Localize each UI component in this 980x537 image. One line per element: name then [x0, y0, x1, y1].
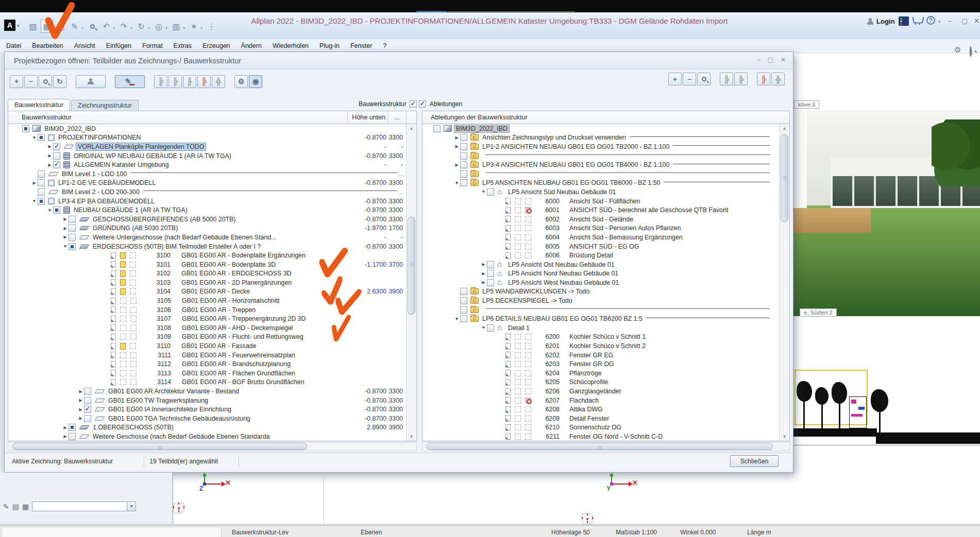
node-label[interactable]: LP3-4 EP BA GEBÄUDEMODELL [57, 198, 156, 205]
expander-closed-icon[interactable]: ▶ [453, 144, 460, 149]
empty-doc-icon[interactable] [525, 244, 531, 250]
empty-doc-icon[interactable] [515, 334, 521, 340]
node-checkbox[interactable] [53, 161, 60, 168]
expander-closed-icon[interactable]: ▶ [46, 144, 53, 149]
node-label[interactable]: LP5 DECKENSPIEGEL -> Todo [481, 297, 574, 304]
building-structure-row[interactable]: ▼PROJEKTINFORMATIONEN-0.87003300 [8, 133, 406, 143]
empty-doc-icon[interactable] [120, 352, 126, 358]
derivation-row[interactable]: ▶LP5 Ansicht Ost Neubau Gebäude 01 [423, 260, 779, 269]
menu-item-extras[interactable]: Extras [174, 42, 192, 49]
derivation-row[interactable]: ▶LP3-4 ANSICHTEN NEUBAU GB01 EG OG01 TB4… [423, 160, 779, 169]
empty-doc-icon[interactable] [120, 361, 126, 367]
node-label[interactable]: LP5 Ansicht Ost Neubau Gebäude 01 [506, 261, 616, 268]
expander-closed-icon[interactable]: ▶ [453, 163, 460, 167]
node-checkbox[interactable] [460, 161, 467, 168]
node-checkbox[interactable] [460, 170, 467, 178]
node-label[interactable]: LP5 Ansicht Nord Neubau Gebäude 01 [506, 270, 620, 277]
empty-doc-icon[interactable] [130, 270, 136, 276]
derivation-row[interactable]: 6205Schücoprofile [423, 378, 779, 387]
node-checkbox[interactable] [487, 188, 494, 196]
building-structure-row[interactable]: 3106GB01 EG00 AR - Treppen [8, 305, 406, 315]
node-label[interactable]: ORIGINAL WP NEUBAU GEBÄUDE 1 (AR IA TW T… [72, 152, 233, 160]
node-checkbox[interactable] [460, 179, 467, 186]
empty-doc-icon[interactable] [525, 388, 531, 394]
building-structure-row[interactable]: ▶GESCHOSSÜBERGREIFENDES (AB 5000 20TB)-0… [8, 215, 406, 224]
chevron-down-icon[interactable]: ▾ [17, 23, 20, 28]
empty-doc-icon[interactable] [515, 434, 521, 440]
node-label[interactable]: Ansichten Zeichnungstyp und Druckset ver… [481, 134, 628, 141]
search-button[interactable] [697, 73, 711, 85]
expander-open-icon[interactable]: ▼ [453, 181, 460, 185]
node-checkbox[interactable] [84, 388, 91, 395]
insert-node-button[interactable]: ╠ [154, 75, 167, 88]
document-icon[interactable] [120, 252, 126, 259]
expander-closed-icon[interactable]: ▶ [62, 434, 69, 439]
dialog-maximize-button[interactable]: ▢ [768, 56, 773, 63]
rights-button[interactable] [76, 75, 106, 88]
expander-closed-icon[interactable]: ▶ [31, 181, 38, 185]
expander-open-icon[interactable]: ▼ [480, 325, 487, 330]
expander-closed-icon[interactable]: ▶ [77, 407, 84, 412]
refresh-button[interactable]: ↻ [53, 75, 66, 88]
node-checkbox[interactable] [69, 234, 76, 241]
derived-red-icon[interactable] [525, 207, 531, 213]
tab-zeichnungsstruktur[interactable]: Zeichnungsstruktur [71, 100, 139, 111]
status-input[interactable] [1, 527, 222, 537]
building-structure-row[interactable]: 3103GB01 EG00 AR - 2D Planergänzungen [8, 278, 406, 287]
empty-doc-icon[interactable] [120, 334, 126, 340]
node-label[interactable]: Detail 1 [506, 324, 531, 332]
update-structure-button[interactable]: ╠ [757, 73, 770, 85]
node-checkbox[interactable] [69, 433, 76, 440]
document-icon[interactable] [120, 261, 126, 268]
drawing-file-label[interactable]: Kochler Schüco v Schnitt 2 [568, 342, 647, 350]
building-structure-row[interactable]: ▶GB01 EG00 AR Architektur Variante - Bes… [8, 387, 406, 396]
drawing-file-label[interactable]: GB01 EG00 AR - Bodenplatte 3D [180, 261, 277, 268]
chevron-down-icon[interactable]: ▼ [127, 502, 136, 511]
node-label[interactable]: LP3-4 ANSICHTEN NEUBAU GB01 EG OG01 TB40… [481, 161, 671, 168]
viewport-divider[interactable] [173, 473, 173, 524]
building-structure-row[interactable]: 3108GB01 EG00 AR - AHD - Deckenspiegel [8, 323, 406, 333]
zoom-in-button[interactable]: + [668, 73, 682, 85]
derivation-row[interactable]: 6202Fenster GR EG [423, 351, 779, 360]
node-checkbox[interactable] [84, 406, 91, 413]
expander-open-icon[interactable]: ▼ [31, 199, 38, 203]
node-checkbox[interactable] [460, 288, 467, 295]
gear-icon[interactable]: ⚙ [954, 45, 961, 55]
redo-icon[interactable]: ↷ [117, 20, 130, 33]
menu-item-wiederholen[interactable]: Wiederholen [273, 42, 309, 49]
building-structure-row[interactable]: 3111GB01 EG00 AR - Feuerwehreinsatzplan [8, 351, 406, 360]
scrollbar-thumb[interactable] [781, 134, 788, 222]
right-horizontal-scrollbar[interactable] [422, 442, 790, 451]
node-label[interactable]: BIM Level 1 - LOD 100 [60, 170, 128, 178]
derivation-row[interactable]: ▶LP5 Ansicht Nord Neubau Gebäude 01 [423, 269, 779, 279]
drawing-file-label[interactable]: ANSICHT SÜD - berechnet alle Geschosse Q… [568, 206, 730, 214]
derivation-row[interactable]: ▶LP5 Ansicht West Neubau Gebäude 01 [423, 278, 779, 287]
drawing-file-label[interactable]: Fenster GR EG [568, 352, 615, 359]
expander-open-icon[interactable]: ▼ [453, 317, 460, 321]
building-structure-row[interactable]: ▶GB01 EG00 TGA Technische Gebäudeausrüst… [8, 414, 406, 423]
empty-doc-icon[interactable] [120, 316, 126, 322]
document-icon[interactable] [120, 343, 126, 350]
empty-doc-icon[interactable] [130, 352, 137, 358]
node-checkbox[interactable] [460, 297, 467, 304]
building-structure-row[interactable]: ▶LP1-2 GE VE GEBÄUDEMODELL-0.87003300 [8, 179, 406, 188]
tab-bauwerksstruktur[interactable]: Bauwerksstruktur [8, 99, 70, 111]
drawing-file-label[interactable]: GB01 EG00 AR - Brandschutzplanung [180, 360, 292, 368]
empty-doc-icon[interactable] [515, 415, 521, 422]
expander-closed-icon[interactable]: ▶ [480, 262, 487, 267]
derivation-row[interactable]: 6003Ansicht Süd - Personen Autos Pflanze… [423, 224, 779, 233]
node-label[interactable]: GB01 EG00 IA Innenarchitektur Einrichtun… [107, 406, 233, 413]
empty-doc-icon[interactable] [130, 280, 136, 286]
empty-doc-icon[interactable] [120, 370, 126, 376]
node-checkbox[interactable] [69, 424, 76, 431]
building-structure-row[interactable]: 3102GB01 EG00 AR - ERDGESCHOSS 3D [8, 269, 406, 279]
node-checkbox[interactable] [69, 224, 76, 232]
empty-doc-icon[interactable] [130, 379, 137, 385]
left-horizontal-scrollbar[interactable] [8, 442, 417, 451]
dialog-title-bar[interactable]: Projektbezogen öffnen: Teilbilder aus Ze… [5, 52, 793, 70]
empty-doc-icon[interactable] [515, 397, 521, 404]
connect-icon[interactable] [899, 16, 909, 26]
derivation-row[interactable]: 6000Ansicht Süd - Füllflächen [423, 197, 779, 206]
update-structure-button[interactable]: ╠ [197, 75, 211, 88]
drawing-file-label[interactable]: Ganzglasgeländer [568, 388, 623, 395]
